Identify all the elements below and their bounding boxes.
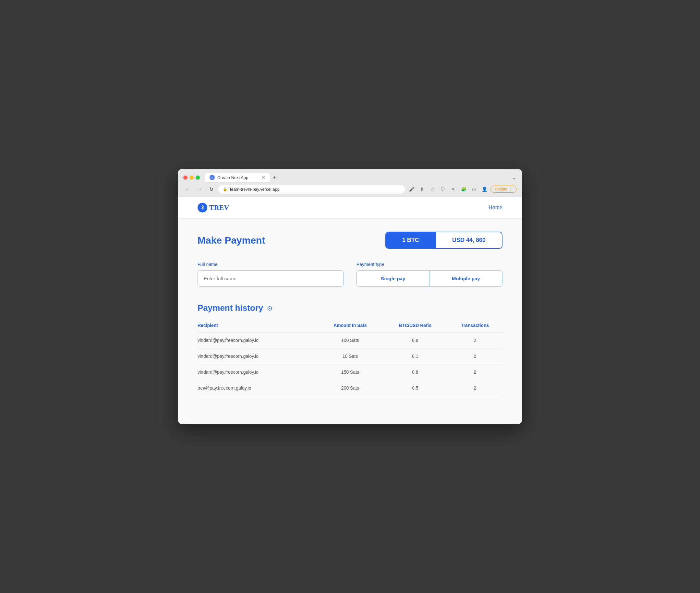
table-header-row: Recipient Amount In Sats BTC/USD Ratio T… bbox=[198, 320, 502, 332]
tab-favicon: ▲ bbox=[210, 175, 215, 180]
col-transactions: Transactions bbox=[447, 320, 502, 332]
cell-ratio: 0.8 bbox=[383, 364, 447, 380]
history-table: Recipient Amount In Sats BTC/USD Ratio T… bbox=[198, 320, 502, 396]
cell-transactions: 2 bbox=[447, 332, 502, 348]
history-header: Payment history ⊙ bbox=[198, 303, 502, 313]
full-name-label: Full name bbox=[198, 262, 343, 267]
cell-amount: 200 Sats bbox=[318, 380, 383, 396]
form-right: Payment type Single pay Multiple pay bbox=[357, 262, 502, 287]
tab-close-button[interactable]: ✕ bbox=[261, 175, 265, 180]
cell-amount: 10 Sats bbox=[318, 348, 383, 364]
update-button[interactable]: Update ⋮ bbox=[490, 186, 517, 193]
url-text: team-trevln-pay.vercel.app bbox=[230, 187, 400, 192]
refresh-button[interactable]: ↻ bbox=[207, 185, 216, 194]
multiple-pay-button[interactable]: Multiple pay bbox=[430, 271, 502, 286]
table-row: vindard@pay.freecorn.galoy.io 100 Sats 0… bbox=[198, 332, 502, 348]
main-content: Make Payment 1 BTC USD 44, 860 Full name… bbox=[178, 219, 522, 409]
tab-title: Create Next App bbox=[217, 175, 259, 180]
back-button[interactable]: ← bbox=[183, 185, 192, 194]
payment-heading: Make Payment bbox=[198, 235, 372, 246]
cell-amount: 100 Sats bbox=[318, 332, 383, 348]
lock-icon: 🔒 bbox=[223, 187, 228, 191]
cell-ratio: 0.1 bbox=[383, 348, 447, 364]
browser-titlebar: ▲ Create Next App ✕ + ⌄ bbox=[178, 169, 522, 182]
logo-icon: ₿ bbox=[198, 203, 207, 212]
payment-history-section: Payment history ⊙ Recipient Amount In Sa… bbox=[198, 303, 502, 396]
cell-ratio: 0.8 bbox=[383, 332, 447, 348]
browser-chrome: ▲ Create Next App ✕ + ⌄ ← → ↻ 🔒 team-tre… bbox=[178, 169, 522, 197]
table-header: Recipient Amount In Sats BTC/USD Ratio T… bbox=[198, 320, 502, 332]
cell-amount: 150 Sats bbox=[318, 364, 383, 380]
payment-type-buttons: Single pay Multiple pay bbox=[357, 270, 502, 287]
cell-recipient: vindard@pay.freecorn.galoy.io bbox=[198, 364, 318, 380]
single-pay-button[interactable]: Single pay bbox=[357, 271, 430, 286]
col-ratio: BTC/USD Ratio bbox=[383, 320, 447, 332]
currency-toggle: 1 BTC USD 44, 860 bbox=[385, 232, 502, 249]
chevron-circle-icon[interactable]: ⊙ bbox=[267, 304, 273, 312]
form-left: Full name bbox=[198, 262, 343, 287]
table-row: trev@pay.freecorn.galoy.io 200 Sats 0.5 … bbox=[198, 380, 502, 396]
puzzle-icon[interactable]: 🧩 bbox=[459, 185, 468, 193]
minimize-traffic-light[interactable] bbox=[190, 175, 194, 180]
nav-home-link[interactable]: Home bbox=[489, 205, 502, 210]
cell-recipient: trev@pay.freecorn.galoy.io bbox=[198, 380, 318, 396]
form-section: Full name Payment type Single pay Multip… bbox=[198, 262, 502, 287]
table-row: vindard@pay.freecorn.galoy.io 150 Sats 0… bbox=[198, 364, 502, 380]
cell-transactions: 2 bbox=[447, 364, 502, 380]
maximize-traffic-light[interactable] bbox=[196, 175, 200, 180]
page-content: ₿ TREV Home Make Payment 1 BTC USD 44, 8… bbox=[178, 197, 522, 424]
tabs-row: ▲ Create Next App ✕ + ⌄ bbox=[205, 173, 517, 182]
col-recipient: Recipient bbox=[198, 320, 318, 332]
cell-recipient: vindard@pay.freecorn.galoy.io bbox=[198, 332, 318, 348]
payment-type-label: Payment type bbox=[357, 262, 502, 267]
microphone-icon[interactable]: 🎤 bbox=[407, 185, 416, 193]
avatar-icon[interactable]: 👤 bbox=[480, 185, 489, 193]
close-traffic-light[interactable] bbox=[183, 175, 188, 180]
table-body: vindard@pay.freecorn.galoy.io 100 Sats 0… bbox=[198, 332, 502, 396]
traffic-lights bbox=[183, 175, 200, 180]
page-title: Make Payment bbox=[198, 235, 372, 246]
tab-menu-button[interactable]: ⌄ bbox=[512, 174, 517, 181]
site-nav: ₿ TREV Home bbox=[178, 197, 522, 219]
share-icon[interactable]: ⬆ bbox=[418, 185, 426, 193]
payment-top: Make Payment 1 BTC USD 44, 860 bbox=[198, 232, 502, 249]
toolbar-icons: 🎤 ⬆ ☆ 🛡 ✳ 🧩 ▭ 👤 Update ⋮ bbox=[407, 185, 517, 193]
usd-button[interactable]: USD 44, 860 bbox=[435, 232, 502, 248]
history-title: Payment history bbox=[198, 303, 263, 313]
browser-toolbar: ← → ↻ 🔒 team-trevln-pay.vercel.app 🎤 ⬆ ☆… bbox=[178, 182, 522, 197]
cell-recipient: vindard@pay.freecorn.galoy.io bbox=[198, 348, 318, 364]
col-amount: Amount In Sats bbox=[318, 320, 383, 332]
logo: ₿ TREV bbox=[198, 203, 489, 212]
logo-text: TREV bbox=[209, 203, 229, 212]
sparkle-icon[interactable]: ✳ bbox=[449, 185, 457, 193]
cell-transactions: 2 bbox=[447, 380, 502, 396]
sidebar-icon[interactable]: ▭ bbox=[470, 185, 478, 193]
star-icon[interactable]: ☆ bbox=[428, 185, 437, 193]
table-row: vindard@pay.freecorn.galoy.io 10 Sats 0.… bbox=[198, 348, 502, 364]
new-tab-button[interactable]: + bbox=[270, 173, 279, 182]
cell-transactions: 2 bbox=[447, 348, 502, 364]
address-bar[interactable]: 🔒 team-trevln-pay.vercel.app bbox=[218, 185, 405, 194]
browser-tab[interactable]: ▲ Create Next App ✕ bbox=[205, 173, 270, 182]
shield-icon[interactable]: 🛡 bbox=[439, 185, 447, 193]
browser-window: ▲ Create Next App ✕ + ⌄ ← → ↻ 🔒 team-tre… bbox=[178, 169, 522, 424]
btc-button[interactable]: 1 BTC bbox=[386, 232, 435, 248]
full-name-input[interactable] bbox=[198, 270, 343, 287]
cell-ratio: 0.5 bbox=[383, 380, 447, 396]
forward-button[interactable]: → bbox=[195, 185, 204, 194]
